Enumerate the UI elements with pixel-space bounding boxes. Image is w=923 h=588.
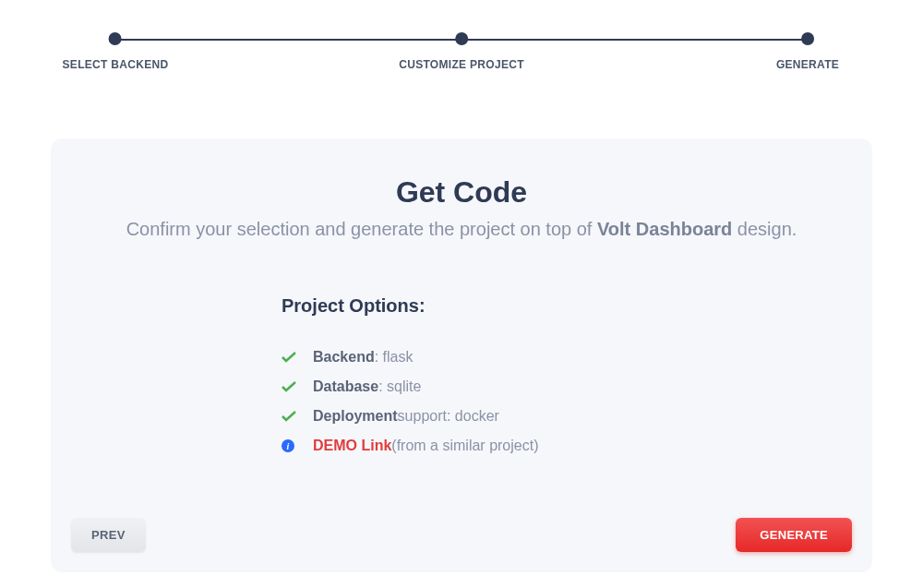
option-value: support: docker bbox=[398, 408, 499, 425]
step-generate[interactable]: GENERATE bbox=[776, 32, 839, 71]
options-title: Project Options: bbox=[282, 295, 845, 317]
step-dot-icon bbox=[109, 32, 122, 45]
option-backend: Backend: flask bbox=[282, 349, 845, 366]
prev-button[interactable]: PREV bbox=[71, 518, 146, 552]
subtitle-prefix: Confirm your selection and generate the … bbox=[126, 219, 597, 239]
option-value: : sqlite bbox=[378, 378, 421, 395]
page-subtitle: Confirm your selection and generate the … bbox=[78, 219, 845, 240]
step-customize-project[interactable]: CUSTOMIZE PROJECT bbox=[399, 32, 524, 71]
demo-hint: (from a similar project) bbox=[391, 438, 538, 454]
option-label: Deployment bbox=[313, 408, 398, 425]
check-icon bbox=[282, 411, 300, 422]
option-value: : flask bbox=[375, 349, 414, 366]
option-database: Database: sqlite bbox=[282, 378, 845, 395]
card: Get Code Confirm your selection and gene… bbox=[51, 138, 872, 572]
option-label: Database bbox=[313, 378, 378, 395]
option-demo: i DEMO Link (from a similar project) bbox=[282, 438, 845, 454]
step-dot-icon bbox=[455, 32, 468, 45]
project-options: Project Options: Backend: flask Database… bbox=[282, 295, 845, 454]
step-dot-icon bbox=[801, 32, 814, 45]
option-label: Backend bbox=[313, 349, 375, 366]
option-deployment: Deployment support: docker bbox=[282, 408, 845, 425]
subtitle-strong: Volt Dashboard bbox=[597, 219, 732, 239]
demo-link[interactable]: DEMO Link bbox=[313, 438, 391, 454]
generate-button[interactable]: GENERATE bbox=[736, 518, 852, 552]
step-label: SELECT BACKEND bbox=[63, 58, 169, 71]
page-title: Get Code bbox=[78, 175, 845, 210]
check-icon bbox=[282, 381, 300, 392]
check-icon bbox=[282, 352, 300, 363]
info-icon: i bbox=[282, 439, 300, 452]
subtitle-suffix: design. bbox=[732, 219, 797, 239]
step-label: CUSTOMIZE PROJECT bbox=[399, 58, 524, 71]
button-row: PREV GENERATE bbox=[71, 518, 852, 552]
stepper: SELECT BACKEND CUSTOMIZE PROJECT GENERAT… bbox=[115, 32, 808, 78]
step-label: GENERATE bbox=[776, 58, 839, 71]
step-select-backend[interactable]: SELECT BACKEND bbox=[63, 32, 169, 71]
